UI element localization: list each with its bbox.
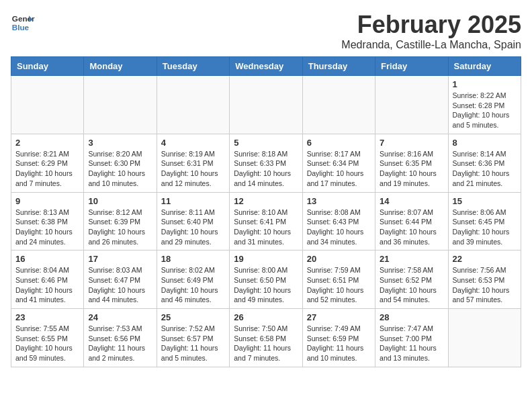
day-info: Sunrise: 8:11 AM Sunset: 6:40 PM Dayligh… bbox=[161, 208, 225, 247]
day-info: Sunrise: 8:02 AM Sunset: 6:49 PM Dayligh… bbox=[161, 265, 225, 305]
day-number: 7 bbox=[380, 138, 443, 148]
calendar-day-cell: 16Sunrise: 8:04 AM Sunset: 6:46 PM Dayli… bbox=[11, 250, 84, 309]
calendar-week-row: 23Sunrise: 7:55 AM Sunset: 6:55 PM Dayli… bbox=[11, 309, 521, 367]
calendar-day-cell: 19Sunrise: 8:00 AM Sunset: 6:50 PM Dayli… bbox=[230, 250, 302, 309]
calendar-day-cell: 11Sunrise: 8:11 AM Sunset: 6:40 PM Dayli… bbox=[157, 192, 229, 250]
calendar-day-cell bbox=[375, 76, 448, 134]
day-number: 28 bbox=[380, 312, 443, 322]
day-number: 1 bbox=[453, 79, 517, 89]
day-number: 14 bbox=[380, 196, 443, 206]
calendar-week-row: 1Sunrise: 8:22 AM Sunset: 6:28 PM Daylig… bbox=[11, 76, 521, 134]
calendar-week-row: 2Sunrise: 8:21 AM Sunset: 6:29 PM Daylig… bbox=[11, 134, 521, 192]
day-number: 8 bbox=[453, 138, 517, 148]
calendar-day-cell: 9Sunrise: 8:13 AM Sunset: 6:38 PM Daylig… bbox=[11, 192, 84, 250]
calendar-day-cell bbox=[11, 76, 84, 134]
day-info: Sunrise: 7:55 AM Sunset: 6:55 PM Dayligh… bbox=[15, 324, 79, 363]
day-info: Sunrise: 8:14 AM Sunset: 6:36 PM Dayligh… bbox=[453, 149, 517, 189]
day-info: Sunrise: 8:18 AM Sunset: 6:33 PM Dayligh… bbox=[234, 149, 298, 189]
calendar-day-cell: 15Sunrise: 8:06 AM Sunset: 6:45 PM Dayli… bbox=[448, 192, 521, 250]
page-header: General Blue February 2025 Medranda, Cas… bbox=[11, 11, 521, 51]
day-number: 20 bbox=[307, 254, 371, 264]
calendar-day-cell: 28Sunrise: 7:47 AM Sunset: 7:00 PM Dayli… bbox=[375, 309, 448, 367]
day-number: 24 bbox=[88, 312, 152, 322]
calendar-day-cell bbox=[157, 76, 229, 134]
day-info: Sunrise: 7:49 AM Sunset: 6:59 PM Dayligh… bbox=[307, 324, 371, 363]
weekday-header-thursday: Thursday bbox=[302, 57, 375, 76]
day-info: Sunrise: 8:16 AM Sunset: 6:35 PM Dayligh… bbox=[380, 149, 443, 189]
calendar-day-cell: 13Sunrise: 8:08 AM Sunset: 6:43 PM Dayli… bbox=[302, 192, 375, 250]
day-number: 22 bbox=[453, 254, 517, 264]
calendar-day-cell: 23Sunrise: 7:55 AM Sunset: 6:55 PM Dayli… bbox=[11, 309, 84, 367]
day-info: Sunrise: 8:13 AM Sunset: 6:38 PM Dayligh… bbox=[15, 208, 79, 247]
day-number: 25 bbox=[161, 312, 225, 322]
calendar-day-cell: 2Sunrise: 8:21 AM Sunset: 6:29 PM Daylig… bbox=[11, 134, 84, 192]
day-info: Sunrise: 8:12 AM Sunset: 6:39 PM Dayligh… bbox=[88, 208, 152, 247]
location-title: Medranda, Castille-La Mancha, Spain bbox=[341, 39, 521, 51]
calendar-day-cell: 20Sunrise: 7:59 AM Sunset: 6:51 PM Dayli… bbox=[302, 250, 375, 309]
calendar-day-cell: 27Sunrise: 7:49 AM Sunset: 6:59 PM Dayli… bbox=[302, 309, 375, 367]
day-number: 6 bbox=[307, 138, 371, 148]
calendar-day-cell: 22Sunrise: 7:56 AM Sunset: 6:53 PM Dayli… bbox=[448, 250, 521, 309]
day-number: 11 bbox=[161, 196, 225, 206]
weekday-header-wednesday: Wednesday bbox=[230, 57, 302, 76]
svg-text:Blue: Blue bbox=[12, 23, 30, 32]
weekday-header-friday: Friday bbox=[375, 57, 448, 76]
calendar-day-cell: 8Sunrise: 8:14 AM Sunset: 6:36 PM Daylig… bbox=[448, 134, 521, 192]
day-info: Sunrise: 8:21 AM Sunset: 6:29 PM Dayligh… bbox=[15, 149, 79, 189]
title-block: February 2025 Medranda, Castille-La Manc… bbox=[341, 11, 521, 51]
calendar-day-cell: 17Sunrise: 8:03 AM Sunset: 6:47 PM Dayli… bbox=[84, 250, 157, 309]
logo: General Blue bbox=[11, 11, 35, 35]
day-number: 18 bbox=[161, 254, 225, 264]
day-info: Sunrise: 8:03 AM Sunset: 6:47 PM Dayligh… bbox=[88, 265, 152, 305]
day-info: Sunrise: 7:50 AM Sunset: 6:58 PM Dayligh… bbox=[234, 324, 298, 363]
calendar-week-row: 9Sunrise: 8:13 AM Sunset: 6:38 PM Daylig… bbox=[11, 192, 521, 250]
calendar-day-cell bbox=[230, 76, 302, 134]
day-number: 23 bbox=[15, 312, 79, 322]
calendar-day-cell: 4Sunrise: 8:19 AM Sunset: 6:31 PM Daylig… bbox=[157, 134, 229, 192]
day-number: 15 bbox=[453, 196, 517, 206]
day-info: Sunrise: 8:10 AM Sunset: 6:41 PM Dayligh… bbox=[234, 208, 298, 247]
weekday-header-row: SundayMondayTuesdayWednesdayThursdayFrid… bbox=[11, 57, 521, 76]
day-number: 12 bbox=[234, 196, 298, 206]
logo-icon: General Blue bbox=[11, 11, 35, 35]
day-info: Sunrise: 8:04 AM Sunset: 6:46 PM Dayligh… bbox=[15, 265, 79, 305]
calendar-table: SundayMondayTuesdayWednesdayThursdayFrid… bbox=[11, 56, 521, 367]
day-info: Sunrise: 7:56 AM Sunset: 6:53 PM Dayligh… bbox=[453, 265, 517, 305]
month-title: February 2025 bbox=[341, 11, 521, 39]
day-number: 26 bbox=[234, 312, 298, 322]
day-number: 13 bbox=[307, 196, 371, 206]
day-number: 27 bbox=[307, 312, 371, 322]
calendar-day-cell bbox=[302, 76, 375, 134]
day-number: 5 bbox=[234, 138, 298, 148]
calendar-day-cell: 10Sunrise: 8:12 AM Sunset: 6:39 PM Dayli… bbox=[84, 192, 157, 250]
calendar-day-cell: 7Sunrise: 8:16 AM Sunset: 6:35 PM Daylig… bbox=[375, 134, 448, 192]
day-info: Sunrise: 8:20 AM Sunset: 6:30 PM Dayligh… bbox=[88, 149, 152, 189]
calendar-day-cell: 26Sunrise: 7:50 AM Sunset: 6:58 PM Dayli… bbox=[230, 309, 302, 367]
day-info: Sunrise: 7:47 AM Sunset: 7:00 PM Dayligh… bbox=[380, 324, 443, 363]
calendar-day-cell: 6Sunrise: 8:17 AM Sunset: 6:34 PM Daylig… bbox=[302, 134, 375, 192]
day-info: Sunrise: 8:19 AM Sunset: 6:31 PM Dayligh… bbox=[161, 149, 225, 189]
day-number: 9 bbox=[15, 196, 79, 206]
calendar-day-cell: 12Sunrise: 8:10 AM Sunset: 6:41 PM Dayli… bbox=[230, 192, 302, 250]
weekday-header-sunday: Sunday bbox=[11, 57, 84, 76]
day-info: Sunrise: 7:59 AM Sunset: 6:51 PM Dayligh… bbox=[307, 265, 371, 305]
day-info: Sunrise: 8:07 AM Sunset: 6:44 PM Dayligh… bbox=[380, 208, 443, 247]
calendar-day-cell: 3Sunrise: 8:20 AM Sunset: 6:30 PM Daylig… bbox=[84, 134, 157, 192]
weekday-header-tuesday: Tuesday bbox=[157, 57, 229, 76]
calendar-day-cell: 24Sunrise: 7:53 AM Sunset: 6:56 PM Dayli… bbox=[84, 309, 157, 367]
day-info: Sunrise: 7:58 AM Sunset: 6:52 PM Dayligh… bbox=[380, 265, 443, 305]
calendar-day-cell bbox=[448, 309, 521, 367]
calendar-day-cell: 21Sunrise: 7:58 AM Sunset: 6:52 PM Dayli… bbox=[375, 250, 448, 309]
day-info: Sunrise: 8:22 AM Sunset: 6:28 PM Dayligh… bbox=[453, 91, 517, 130]
day-number: 17 bbox=[88, 254, 152, 264]
day-info: Sunrise: 8:06 AM Sunset: 6:45 PM Dayligh… bbox=[453, 208, 517, 247]
calendar-day-cell: 5Sunrise: 8:18 AM Sunset: 6:33 PM Daylig… bbox=[230, 134, 302, 192]
day-info: Sunrise: 8:00 AM Sunset: 6:50 PM Dayligh… bbox=[234, 265, 298, 305]
day-number: 3 bbox=[88, 138, 152, 148]
day-number: 10 bbox=[88, 196, 152, 206]
day-info: Sunrise: 7:52 AM Sunset: 6:57 PM Dayligh… bbox=[161, 324, 225, 363]
day-number: 19 bbox=[234, 254, 298, 264]
calendar-day-cell: 1Sunrise: 8:22 AM Sunset: 6:28 PM Daylig… bbox=[448, 76, 521, 134]
calendar-day-cell bbox=[84, 76, 157, 134]
calendar-week-row: 16Sunrise: 8:04 AM Sunset: 6:46 PM Dayli… bbox=[11, 250, 521, 309]
